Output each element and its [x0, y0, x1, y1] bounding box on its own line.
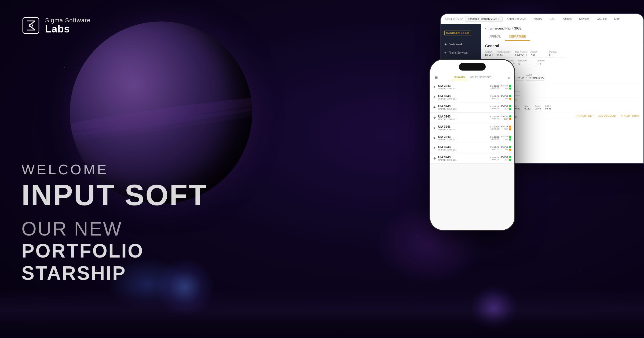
- disp-badge: DISP: [504, 128, 511, 130]
- flight-route: URPSB, E190, L11: [438, 108, 488, 110]
- disp-label: DISP: [504, 87, 508, 89]
- tab-other-feb[interactable]: Other Feb 2022: [505, 16, 529, 21]
- svg-rect-0: [23, 17, 39, 34]
- logo-top-line: Sigma Software: [45, 17, 90, 24]
- flight-date: 19.02.22: [490, 97, 499, 100]
- flight-status-block: STATUS DISP: [501, 115, 511, 120]
- flight-number: UIA 3243: [438, 145, 488, 149]
- flight-icon: ✈: [433, 157, 436, 160]
- field-aircraft: Aircraft 738: [530, 51, 547, 57]
- status-label: STATUS: [501, 156, 508, 158]
- flight-number: UIA 3243: [438, 105, 488, 108]
- status-label: STATUS: [501, 126, 508, 127]
- flight-route: URPSB, E190, L11: [438, 118, 488, 120]
- flight-item[interactable]: ✈ UIA 3243 URPSB, E190, L11 ETA 17:21 19…: [430, 82, 514, 92]
- status-badge: STATUS: [501, 136, 511, 138]
- sidebar-item-flights[interactable]: ✈ Flights Services: [441, 49, 481, 56]
- search-icon[interactable]: ⌕: [508, 75, 510, 80]
- add-comment-button[interactable]: ADD COMMENT: [598, 115, 616, 117]
- flight-date: 19.02.22: [490, 117, 499, 120]
- disp-label: DISP: [504, 108, 508, 110]
- flight-icon: ✈: [433, 126, 436, 130]
- eta-label: ETA 17:21: [490, 156, 499, 158]
- status-dot-icon: [509, 115, 511, 117]
- eta-label: ETA 17:21: [490, 95, 499, 97]
- attach-file-button[interactable]: ATTACH FILE +: [577, 115, 594, 117]
- logo-area: Sigma Software Labs: [21, 16, 90, 35]
- disp-label: DISP: [504, 138, 508, 140]
- sidebar-item-dashboard[interactable]: ⊞ Dashboard: [441, 41, 481, 48]
- tab-schedule[interactable]: Schedule February 2022 ×: [465, 16, 503, 22]
- field-flight-number[interactable]: Flight number* 3933: [496, 51, 513, 57]
- attach-photo-button[interactable]: ATTACH PHOTO: [621, 115, 639, 117]
- tab-gse-list[interactable]: GSE list: [594, 16, 609, 21]
- status-dot-icon: [509, 146, 511, 148]
- flight-number: UIA 3243: [438, 125, 488, 128]
- flight-eta-block: ETA 17:21 19.02.22: [490, 85, 499, 89]
- disp-dot-icon: [509, 149, 511, 151]
- flight-route: URPSB, E190, L11: [438, 138, 488, 141]
- disp-badge: DISP: [504, 138, 511, 141]
- flight-item[interactable]: ✈ UIA 3243 URPSB, E190, L11 ETA 17:21 19…: [430, 92, 514, 102]
- status-label: STATUS: [501, 85, 508, 87]
- tab-airlines[interactable]: Airlines: [560, 16, 574, 21]
- flight-route: URPSB, E190, L11: [438, 87, 488, 90]
- field-int-dom: INT/DOM INT: [518, 60, 534, 66]
- gpu-gse: GSE # 00:31: [545, 105, 551, 110]
- browser-url: Schedule.review: [445, 18, 463, 20]
- flight-date: 19.02.22: [490, 138, 499, 140]
- tab-history[interactable]: History: [531, 16, 545, 21]
- flight-status-block: STATUS DISP: [501, 95, 511, 100]
- phone-notch: [459, 63, 486, 71]
- status-dot-icon: [509, 95, 511, 97]
- flight-info: UIA 3243 URPSB, E190, L11: [438, 94, 488, 100]
- flight-item[interactable]: ✈ UIA 3243 URPSB, E190, L11 ETA 17:21 19…: [430, 153, 514, 164]
- disp-label: DISP: [504, 128, 508, 130]
- tagline-line1: OUR NEW: [21, 218, 208, 240]
- phone-tab-flights[interactable]: FLIGHTS: [452, 75, 468, 80]
- tab-staff[interactable]: Staff: [611, 16, 622, 21]
- disp-badge: DISP: [504, 87, 511, 90]
- tagline: OUR NEW PORTFOLIO STARSHIP: [21, 218, 208, 284]
- flight-item[interactable]: ✈ UIA 3243 URPSB, E190, L11 ETA 17:21 19…: [430, 143, 514, 153]
- flight-item[interactable]: ✈ UIA 3243 URPSB, E190, L11 ETA 17:21 19…: [430, 123, 514, 133]
- company-name: INPUT SOFT: [21, 180, 208, 210]
- flight-item[interactable]: ✈ UIA 3243 URPSB, E190, L11 ETA 17:21 19…: [430, 133, 514, 143]
- flight-item[interactable]: ✈ UIA 3243 URPSB, E190, L11 ETA 17:21 19…: [430, 113, 514, 123]
- disp-label: DISP: [504, 149, 508, 150]
- status-dot-icon: [509, 126, 511, 128]
- flight-icon: ✈: [433, 136, 436, 140]
- disp-dot-icon: [509, 159, 511, 161]
- tab-arrival[interactable]: ARRIVAL: [485, 33, 505, 41]
- flight-eta-block: ETA 17:21 19.02.22: [490, 126, 499, 130]
- close-tab-icon[interactable]: ×: [498, 18, 500, 20]
- disp-dot-icon: [509, 128, 511, 130]
- tab-services[interactable]: Services: [576, 16, 592, 21]
- flight-item[interactable]: ✈ UIA 3243 URPSB, E190, L11 ETA 17:21 19…: [430, 102, 514, 113]
- flight-info: UIA 3243 URPSB, E190, L11: [438, 156, 488, 161]
- disp-badge: DISP: [504, 118, 511, 120]
- tab-departure[interactable]: DEPARTURE: [505, 33, 530, 41]
- tab-gse[interactable]: GSE: [547, 16, 558, 21]
- tagline-line3: STARSHIP: [21, 262, 208, 284]
- flight-eta-block: ETA 17:21 19.02.22: [490, 95, 499, 100]
- eta-label: ETA 17:21: [490, 126, 499, 128]
- welcome-section: WELCOME INPUT SOFT OUR NEW PORTFOLIO STA…: [21, 161, 208, 284]
- sigma-software-icon: [21, 16, 40, 35]
- gpu-card: Card # 00:40: [535, 105, 541, 110]
- depth-overlay: [0, 311, 644, 338]
- dashboard-icon: ⊞: [444, 43, 447, 46]
- flight-eta-block: ETA 17:21 19.02.22: [490, 136, 499, 140]
- disp-dot-icon: [509, 108, 511, 110]
- flight-info: UIA 3243 URPSB, E190, L11: [438, 135, 488, 141]
- eta-label: ETA 17:21: [490, 136, 499, 138]
- status-badge: STATUS: [501, 146, 511, 148]
- flight-date: 19.02.22: [490, 87, 499, 89]
- phone-tab-other[interactable]: OTHER SERVICES: [467, 75, 494, 80]
- turnaround-tabs: ARRIVAL DEPARTURE: [481, 33, 643, 41]
- hamburger-icon[interactable]: ☰: [434, 75, 438, 80]
- disp-dot-icon: [509, 98, 511, 100]
- back-arrow-icon[interactable]: ‹: [485, 26, 486, 31]
- status-dot-icon: [509, 156, 511, 158]
- browser-tabbar: Schedule.review Schedule February 2022 ×…: [441, 14, 643, 24]
